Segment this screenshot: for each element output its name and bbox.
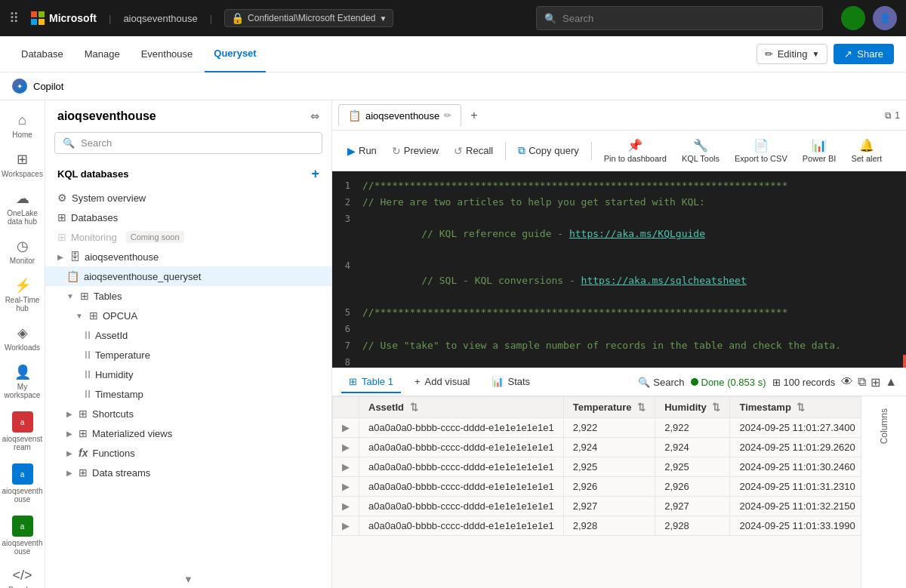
red-bar [903,355,906,368]
pin-to-dashboard-button[interactable]: 📌 Pin to dashboard [598,135,673,166]
stats-tab[interactable]: 📊 Stats [484,371,538,393]
col-assetid[interactable]: AssetId ⇅ [359,397,564,418]
expand-cell[interactable]: ▶ [333,418,359,438]
results-area: AssetId ⇅ Temperature ⇅ Humidity ⇅ [332,396,906,588]
set-alert-button[interactable]: 🔔 Set alert [845,135,888,166]
copy-results-icon[interactable]: ⧉ [858,375,866,389]
notification-avatar[interactable] [841,6,865,30]
col-humidity[interactable]: Humidity ⇅ [655,397,730,418]
tree-queryset[interactable]: 📋 aioqseventhouse_queryset [45,266,331,286]
tree-field-temperature[interactable]: IⅠ Temperature [45,345,331,365]
copy-query-button[interactable]: ⧉ Copy query [512,140,584,161]
sort-icon[interactable]: ⇅ [637,402,646,413]
tree-shortcuts[interactable]: ▶ ⊞ Shortcuts [45,404,331,423]
add-database-button[interactable]: + [311,166,319,182]
confidential-badge[interactable]: 🔒 Confidential\Microsoft Extended ▼ [224,9,393,27]
export-csv-button[interactable]: 📄 Export to CSV [729,135,794,166]
share-button[interactable]: ↗ Share [834,44,894,64]
edit-tab-icon[interactable]: ✏ [444,110,451,121]
status-dot [691,378,698,386]
run-button[interactable]: ▶ Run [341,141,383,161]
editing-button[interactable]: ✏ Editing ▼ [757,44,828,64]
add-visual-tab[interactable]: + Add visual [407,371,478,393]
code-editor[interactable]: 1 //************************************… [332,171,906,368]
scroll-down-indicator[interactable]: ▼ [45,571,331,588]
tree-field-timestamp[interactable]: IⅠ Timestamp [45,384,331,404]
sidebar-item-home[interactable]: ⌂ Home [0,106,45,145]
run-label: Run [359,145,377,156]
tree-label: AssetId [95,330,128,341]
sidebar-item-onelake[interactable]: ☁ OneLake data hub [0,184,45,232]
results-table-container[interactable]: AssetId ⇅ Temperature ⇅ Humidity ⇅ [332,396,861,588]
results-table-tab[interactable]: ⊞ Table 1 [341,371,401,393]
table-row[interactable]: ▶ a0a0a0a0-bbbb-cccc-dddd-e1e1e1e1e1e1 2… [333,418,861,438]
sidebar-item-myworkspace[interactable]: 👤 My workspace [0,358,45,405]
eye-icon[interactable]: 👁 [841,375,853,389]
preview-button[interactable]: ↻ Preview [386,141,445,161]
tree-monitoring[interactable]: ⊞ Monitoring Coming soon [45,227,331,247]
col-timestamp[interactable]: Timestamp ⇅ [730,397,861,418]
recall-button[interactable]: ↺ Recall [448,141,499,161]
columns-sidebar[interactable]: Columns [861,396,906,588]
sidebar-item-workspaces[interactable]: ⊞ Workspaces [0,145,45,184]
sort-icon[interactable]: ⇅ [797,402,805,413]
results-search-button[interactable]: 🔍 Search [638,377,684,388]
table-row[interactable]: ▶ a0a0a0a0-bbbb-cccc-dddd-e1e1e1e1e1e1 2… [333,457,861,477]
tree-opcua[interactable]: ▼ ⊞ OPCUA [45,306,331,325]
table-row[interactable]: ▶ a0a0a0a0-bbbb-cccc-dddd-e1e1e1e1e1e1 2… [333,477,861,497]
grid-results-icon[interactable]: ⊞ [871,375,880,389]
sidebar-item-stream1[interactable]: a aioqsevenst ream [0,405,45,457]
expand-cell[interactable]: ▶ [333,438,359,457]
tree-functions[interactable]: ▶ fx Functions [45,443,331,463]
tree-field-assetid[interactable]: IⅠ AssetId [45,325,331,345]
table-row[interactable]: ▶ a0a0a0a0-bbbb-cccc-dddd-e1e1e1e1e1e1 2… [333,497,861,516]
tree-data-streams[interactable]: ▶ ⊞ Data streams [45,463,331,482]
field-icon: IⅠ [85,368,91,380]
nav-queryset[interactable]: Queryset [205,36,265,72]
global-search-input[interactable] [562,13,815,24]
tree-materialized-views[interactable]: ▶ ⊞ Materialized views [45,423,331,443]
left-panel-search[interactable]: 🔍 [54,132,322,154]
col-temperature[interactable]: Temperature ⇅ [563,397,655,418]
user-avatar[interactable]: 👤 [873,6,897,30]
sidebar-item-realtime[interactable]: ⚡ Real-Time hub [0,271,45,319]
expand-cell[interactable]: ▶ [333,497,359,516]
sidebar-item-monitor[interactable]: ◷ Monitor [0,232,45,271]
expand-cell[interactable]: ▶ [333,477,359,497]
global-search-bar[interactable]: 🔍 [536,6,823,30]
grid-icon[interactable]: ⠿ [9,10,19,26]
sidebar-item-develop[interactable]: </> Develop [0,562,45,588]
sort-icon[interactable]: ⇅ [712,402,720,413]
nav-eventhouse[interactable]: Eventhouse [132,36,202,72]
table-row[interactable]: ▶ a0a0a0a0-bbbb-cccc-dddd-e1e1e1e1e1e1 2… [333,438,861,457]
tree-databases[interactable]: ⊞ Databases [45,208,331,227]
kql-tools-button[interactable]: 🔧 KQL Tools [676,135,726,166]
sidebar-item-label: My workspace [3,383,42,399]
expand-cell[interactable]: ▶ [333,457,359,477]
left-search-input[interactable] [81,137,314,149]
expand-icon[interactable]: ⇔ [310,110,319,122]
humidity-cell: 2,926 [655,477,730,497]
sort-icon[interactable]: ⇅ [410,402,418,413]
top-bar: ⠿ Microsoft | aioqseventhouse | 🔒 Confid… [0,0,906,36]
tree-tables[interactable]: ▼ ⊞ Tables [45,286,331,306]
power-bi-button[interactable]: 📊 Power BI [797,135,843,166]
onelake-icon: ☁ [16,190,29,207]
sidebar-item-house1[interactable]: a aioqseventh ouse [0,457,45,509]
records-icon: ⊞ [772,377,781,388]
sidebar-item-house2[interactable]: a aioqseventh ouse [0,509,45,562]
alert-icon: 🔔 [859,138,874,152]
expand-cell[interactable]: ▶ [333,516,359,536]
tree-field-humidity[interactable]: IⅠ Humidity [45,365,331,384]
nav-database[interactable]: Database [12,36,72,72]
tree-label: Humidity [95,369,134,380]
sidebar-item-label: OneLake data hub [3,209,42,226]
table-row[interactable]: ▶ a0a0a0a0-bbbb-cccc-dddd-e1e1e1e1e1e1 2… [333,516,861,536]
sidebar-item-workloads[interactable]: ◈ Workloads [0,319,45,358]
collapse-icon[interactable]: ▲ [885,375,897,389]
tree-system-overview[interactable]: ⚙ System overview [45,188,331,208]
tree-main-db[interactable]: ▶ 🗄 aioqseventhouse [45,247,331,266]
nav-manage[interactable]: Manage [76,36,129,72]
query-tab-main[interactable]: 📋 aioqseventhouse ✏ [338,104,461,126]
add-tab-button[interactable]: + [464,106,483,125]
